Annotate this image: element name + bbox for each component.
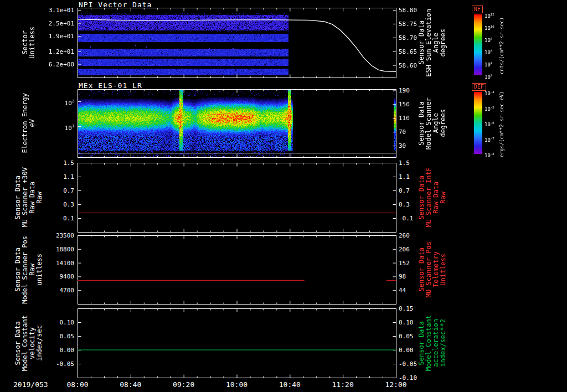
series-npi <box>78 19 396 71</box>
axis-label-line: Raw <box>36 192 43 204</box>
panel-frame-mu-scanner-30v <box>78 163 396 233</box>
axis-label-line: Unitless <box>29 27 36 59</box>
panel-right-axis-label: Sensor DataModel ScannerAngledegrees <box>414 89 451 157</box>
panel-left-axis-label: SectorUnitless <box>9 8 49 78</box>
panel-right-axis-label: Sensor DataMU Scanner IntFRaw DataRaw <box>414 163 451 232</box>
panel-left-axis-label: Sensor DataMU Scanner +30VRaw DataRaw <box>9 163 49 232</box>
axis-label-line: Raw <box>440 192 447 204</box>
colorbar-tag-nf: NF <box>472 6 483 13</box>
x-tick-label: 09:20 <box>173 380 194 389</box>
x-tick-label: 10:00 <box>226 380 248 389</box>
axis-label-line: unitless <box>36 254 43 286</box>
colorbar-unit-label: cnts/(cm**2-sr-sec) <box>499 14 504 78</box>
axis-label-line: degrees <box>440 29 447 57</box>
colorbar-unit-label: ergs/(cm**2-sr-sec-eV) <box>499 92 504 156</box>
x-axis-date-label: 2019/053 <box>13 380 48 389</box>
panel-right-axis-label: Sensor DataESH Sun ElevationAngledegrees <box>414 8 451 78</box>
axis-label-line: index/sec <box>36 325 43 361</box>
axis-label-line: index/sec**2 <box>440 319 447 367</box>
panel-right-axis-label: Sensor DataModel Constantaccelerationind… <box>414 308 451 378</box>
x-tick-label: 08:00 <box>66 380 88 389</box>
colorbar-nf <box>474 14 482 75</box>
x-tick-label: 10:40 <box>279 380 301 389</box>
x-tick-label: 11:20 <box>332 380 354 389</box>
colorbar-def <box>474 92 482 154</box>
panel-left-axis-label: Sensor DataModel Constantvelocityindex/s… <box>9 308 49 378</box>
axis-label-line: degrees <box>440 109 447 137</box>
panel2-title: MEx ELS-01 LR <box>79 81 142 90</box>
panel-right-axis-label: Sensor DataMU Scanner PosTelemetryUnitle… <box>414 235 451 304</box>
axis-label-line: Unitless <box>440 254 447 286</box>
x-tick-label: 08:40 <box>120 380 141 389</box>
figure: NPI Vector Data MEx ELS-01 LR 2019/053 3… <box>0 0 567 392</box>
panel-frame-model-scanner-pos <box>78 235 396 305</box>
panel-left-axis-label: Electron EnergyeV <box>9 89 49 157</box>
x-tick-label: 12:00 <box>385 380 406 389</box>
panel-frame-npi <box>78 8 396 78</box>
panel-frame-els <box>78 89 396 158</box>
axis-label-line: eV <box>29 119 36 127</box>
panel-frame-model-constant <box>78 308 396 378</box>
panel-left-axis-label: Sensor DataModel Scanner PosRawunitless <box>9 235 49 304</box>
